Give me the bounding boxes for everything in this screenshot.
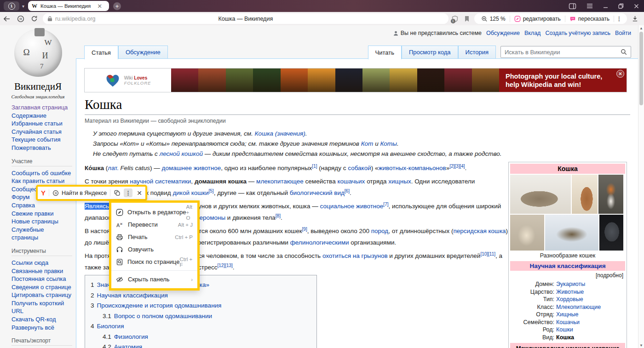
tab-Обсуждение[interactable]: Обсуждение <box>118 46 168 58</box>
wiki-search-input[interactable] <box>501 49 621 56</box>
tab-Читать[interactable]: Читать <box>368 46 402 59</box>
sidebar-item[interactable]: Пожертвовать <box>12 144 72 152</box>
sidebar-item[interactable]: Справка <box>12 201 72 210</box>
tab-groups-button[interactable]: 1 <box>4 1 19 11</box>
browser-tab[interactable]: W Кошка — Википедия ✕ <box>28 1 109 11</box>
protect-shield-icon[interactable]: 1 <box>451 15 459 23</box>
personal-link[interactable]: Обсуждение <box>486 30 520 36</box>
reference-link[interactable]: [7] <box>383 202 388 207</box>
cat-photo[interactable] <box>510 215 544 251</box>
sidebar-item[interactable]: Текущие события <box>12 136 72 144</box>
article-link[interactable]: животных-компаньонов <box>378 165 446 171</box>
article-link[interactable]: охотиться на грызунов <box>322 252 388 259</box>
taxonomy-value[interactable]: Эукариоты <box>556 280 625 288</box>
sidebar-item[interactable]: Цитировать страницу <box>12 291 72 299</box>
taxonomy-value[interactable]: Млекопитающие <box>556 303 625 311</box>
sidebar-item[interactable]: Связанные правки <box>12 267 72 275</box>
article-link[interactable]: домашнее животное <box>162 165 221 171</box>
downloads-icon[interactable] <box>632 15 638 22</box>
popup-close-icon[interactable]: ✕ <box>137 189 142 197</box>
article-link[interactable]: собакой <box>348 165 371 171</box>
page-scrollbar[interactable]: ▲ ▼ <box>638 25 644 348</box>
back-button[interactable] <box>3 16 11 22</box>
address-bar[interactable]: ru.wikipedia.org Кошка — Википедия <box>43 13 448 24</box>
cat-photo[interactable] <box>599 215 623 251</box>
sidebar-item[interactable]: Получить короткий URL <box>12 299 72 315</box>
refresh-icon[interactable] <box>31 15 38 22</box>
toc-link[interactable]: Вопрос о полном одомашнивании <box>114 313 212 319</box>
menu-item-Поиск по странице[interactable]: Поиск по страницеCtrl + F <box>111 256 197 268</box>
sidebar-item[interactable]: Постоянная ссылка <box>12 275 72 283</box>
scrollbar-thumb[interactable] <box>639 32 643 105</box>
article-link[interactable]: биологический вид <box>290 189 345 196</box>
toc-item[interactable]: 2Научная классификация <box>91 291 311 301</box>
sidebar-item[interactable]: Как править статьи <box>12 177 72 185</box>
sidebar-item[interactable]: Скачать QR-код <box>12 315 72 324</box>
taxonomy-value[interactable]: Кошки <box>556 326 625 334</box>
cat-collage-image[interactable] <box>510 175 625 251</box>
article-link[interactable]: фелинологическими <box>290 239 349 246</box>
menu-item-Озвучить[interactable]: Озвучить <box>111 243 197 256</box>
toc-link[interactable]: Биология <box>97 323 124 330</box>
reference-link[interactable]: [6] <box>345 188 350 194</box>
sidebar-item[interactable]: Сообщить об ошибке <box>12 169 72 177</box>
reference-link[interactable]: [12][13] <box>217 263 232 268</box>
restore-button[interactable] <box>618 3 624 9</box>
scrollbar-down-arrow[interactable]: ▼ <box>638 342 644 348</box>
scrollbar-up-arrow[interactable]: ▲ <box>638 25 644 31</box>
zoom-control[interactable]: 125 % <box>477 16 510 22</box>
menu-item-Открыть в редакторе[interactable]: Открыть в редактореAlt + O <box>111 206 197 218</box>
wikipedia-logo[interactable]: ΩWИ7 ВикипедиЯ Свободная энциклопедия <box>0 27 76 99</box>
article-link[interactable]: Кот <box>361 140 374 147</box>
reference-link[interactable]: [8] <box>276 213 281 218</box>
toc-link[interactable]: Научная классификация <box>97 292 168 299</box>
yandex-services-icon[interactable]: Я <box>17 15 24 23</box>
tab-Просмотр кода[interactable]: Просмотр кода <box>402 46 458 58</box>
article-link[interactable]: персидская кошка <box>453 228 506 234</box>
copy-icon[interactable] <box>114 189 121 196</box>
reference-link[interactable]: [5] <box>209 188 214 194</box>
article-link[interactable]: Коты <box>380 140 397 147</box>
cat-photo[interactable] <box>572 175 598 214</box>
sidebar-item[interactable]: Новые страницы <box>12 217 72 226</box>
toc-link[interactable]: Анатомия <box>114 343 142 348</box>
toc-link[interactable]: Происхождение и история одомашнивания <box>97 302 222 309</box>
article-link[interactable]: Кошка (значения) <box>255 130 305 137</box>
popup-more-icon[interactable]: ⋮ <box>124 188 132 197</box>
close-window-button[interactable] <box>634 4 639 9</box>
reference-link[interactable]: [10][11] <box>480 251 495 257</box>
taxonomy-value[interactable]: Животные <box>556 288 625 296</box>
bookmark-icon[interactable] <box>464 16 470 22</box>
reference-link[interactable]: [9] <box>302 227 307 232</box>
details-link[interactable]: [подробно] <box>510 271 625 280</box>
new-tab-button[interactable]: + <box>113 2 121 10</box>
personal-link[interactable]: Войти <box>615 30 631 36</box>
sidebar-item[interactable]: Случайная статья <box>12 128 72 136</box>
sidebar-item[interactable]: Избранные статьи <box>12 120 72 128</box>
personal-link[interactable]: Создать учётную запись <box>545 30 610 36</box>
classification-header[interactable]: Научная классификация <box>510 261 625 271</box>
toc-item[interactable]: 4.1Физиология <box>91 332 311 342</box>
search-icon[interactable] <box>621 49 627 55</box>
find-in-yandex-button[interactable]: Я Найти в Яндексе <box>52 190 107 196</box>
wiki-loves-folklore-banner[interactable]: Wiki Loves FOLKLORE Photograph your loca… <box>84 68 627 92</box>
article-link[interactable]: лесной кошкой <box>160 150 203 157</box>
toc-link[interactable]: Физиология <box>114 333 148 340</box>
article-link[interactable]: социальное животное <box>320 203 384 210</box>
reference-link[interactable]: [2][3][4] <box>449 164 465 169</box>
cat-photo[interactable] <box>598 175 623 214</box>
menu-item-Скрыть панель[interactable]: Скрыть панель› <box>111 273 197 285</box>
toc-item[interactable]: 4.2Анатомия <box>91 342 311 348</box>
article-link[interactable]: кошачьих <box>337 178 365 185</box>
reference-link[interactable]: [1] <box>312 164 317 169</box>
toc-item[interactable]: 3.1Вопрос о полном одомашнивании <box>91 311 311 322</box>
taxonomy-value[interactable]: Хордовые <box>556 296 625 303</box>
article-link[interactable]: дикой кошки <box>172 189 208 196</box>
article-link[interactable]: научной систематики <box>130 178 191 185</box>
article-link[interactable]: пород <box>371 228 388 234</box>
sidebar-item[interactable]: Заглавная страница <box>12 103 72 112</box>
article-link[interactable]: лат. <box>108 165 119 171</box>
sidebar-item[interactable]: Сведения о странице <box>12 283 72 291</box>
sidebar-item[interactable]: Развернуть всё <box>12 324 72 332</box>
cat-photo[interactable] <box>510 175 571 214</box>
